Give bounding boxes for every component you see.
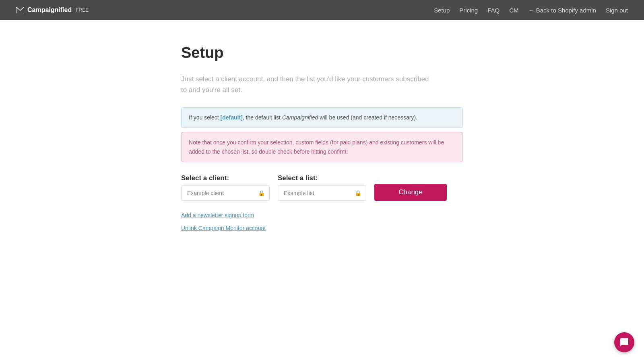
page-description: Just select a client account, and then t… bbox=[181, 74, 431, 95]
nav-faq[interactable]: FAQ bbox=[487, 7, 500, 14]
nav-setup[interactable]: Setup bbox=[434, 7, 450, 14]
info-pink-text: Note that once you confirm your selectio… bbox=[189, 139, 444, 154]
nav-pricing[interactable]: Pricing bbox=[459, 7, 478, 14]
info-blue-italic: Campaignified bbox=[282, 114, 318, 121]
client-input-wrapper: 🔒 bbox=[181, 185, 270, 201]
list-lock-icon: 🔒 bbox=[355, 190, 361, 196]
info-blue-suffix: , the default list bbox=[243, 114, 282, 121]
list-label: Select a list: bbox=[278, 174, 366, 182]
chat-button[interactable] bbox=[614, 332, 634, 352]
form-row: Select a client: 🔒 Select a list: 🔒 Chan… bbox=[181, 174, 463, 201]
brand-name: Campaignified bbox=[27, 6, 72, 14]
list-form-group: Select a list: 🔒 bbox=[278, 174, 366, 201]
mail-icon bbox=[16, 7, 24, 13]
brand-tier: FREE bbox=[76, 7, 89, 13]
client-form-group: Select a client: 🔒 bbox=[181, 174, 270, 201]
sign-out-link[interactable]: Sign out bbox=[606, 7, 628, 14]
change-button[interactable]: Change bbox=[374, 184, 447, 201]
info-box-warning: Note that once you confirm your selectio… bbox=[181, 132, 463, 162]
info-blue-bold: [default] bbox=[221, 114, 243, 121]
page-title: Setup bbox=[181, 44, 463, 62]
main-content: Setup Just select a client account, and … bbox=[0, 20, 644, 362]
list-input[interactable] bbox=[278, 185, 366, 201]
nav-back-to-shopify[interactable]: ← Back to Shopify admin bbox=[528, 7, 596, 14]
content-wrapper: Setup Just select a client account, and … bbox=[181, 44, 463, 362]
client-input[interactable] bbox=[181, 185, 270, 201]
client-lock-icon: 🔒 bbox=[258, 190, 265, 196]
action-links: Add a newsletter signup form Unlink Camp… bbox=[181, 212, 463, 231]
client-label: Select a client: bbox=[181, 174, 270, 182]
main-nav: Setup Pricing FAQ CM ← Back to Shopify a… bbox=[434, 7, 628, 14]
top-navigation: Campaignified FREE Setup Pricing FAQ CM … bbox=[0, 0, 644, 20]
brand-logo: Campaignified FREE bbox=[16, 6, 89, 14]
list-input-wrapper: 🔒 bbox=[278, 185, 366, 201]
nav-cm[interactable]: CM bbox=[509, 7, 518, 14]
info-blue-end: will be used (and created if necessary). bbox=[318, 114, 417, 121]
info-blue-prefix: If you select bbox=[189, 114, 221, 121]
info-box-default: If you select [default], the default lis… bbox=[181, 107, 463, 128]
add-signup-form-link[interactable]: Add a newsletter signup form bbox=[181, 212, 463, 218]
unlink-campaign-monitor-link[interactable]: Unlink Campaign Monitor account bbox=[181, 225, 463, 231]
chat-icon bbox=[619, 337, 629, 347]
